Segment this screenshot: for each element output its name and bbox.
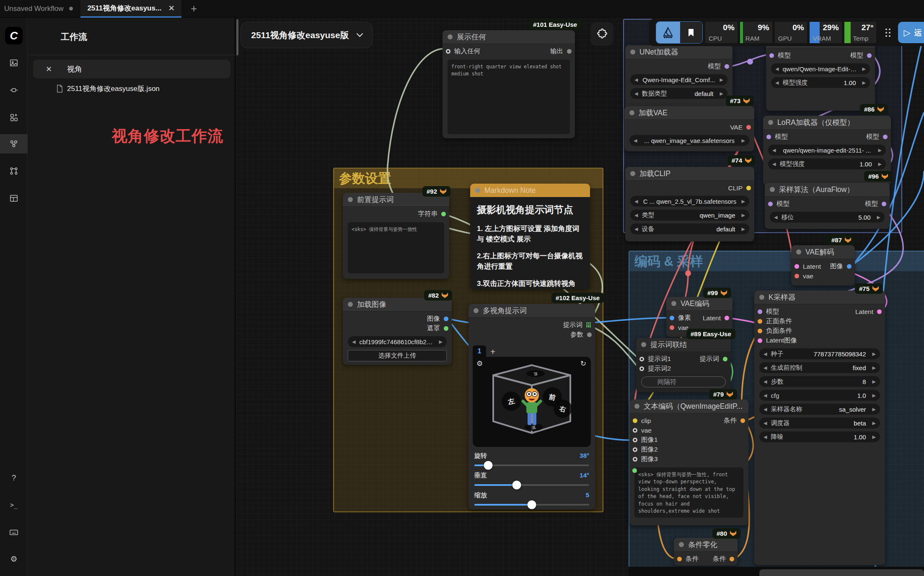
slider-handle[interactable] [512, 481, 521, 490]
output-pin-model[interactable] [867, 53, 872, 58]
sidebar-item-templates[interactable] [0, 108, 28, 127]
new-tab-button[interactable]: + [191, 2, 197, 15]
slider-handle[interactable] [484, 461, 492, 470]
view-cube[interactable]: 顶 底 左 前 右 [473, 357, 591, 447]
input-pin-vae[interactable] [633, 428, 637, 433]
node-conditioning-zero[interactable]: 条件零化 条件 条件 [674, 538, 738, 566]
output-pin-conditioning[interactable] [730, 557, 734, 561]
sidebar-item-help[interactable]: ? [0, 468, 28, 488]
bookmark-button[interactable] [680, 22, 702, 43]
sidebar-item-layout[interactable] [0, 189, 28, 208]
node-load-image[interactable]: 加载图像 图像 遮罩 cbf1999fc7468610cf8b23 ... 选择… [343, 298, 452, 365]
input-pin-prompt1[interactable] [639, 357, 644, 361]
input-pin-conditioning[interactable] [677, 557, 682, 561]
node-header[interactable]: 条件零化 [674, 538, 738, 552]
input-pin-vae[interactable] [670, 325, 674, 330]
group-encode-title[interactable]: 编码 & 采样 [629, 252, 924, 271]
output-pin-model[interactable] [883, 135, 888, 139]
output-pin-image[interactable] [847, 264, 852, 269]
node-header[interactable]: VAE编码 [666, 297, 732, 311]
node-sampler-select[interactable]: 采样算法（AuraFlow） 模型 模型 移位5.00 [765, 183, 890, 229]
cube-reset-icon[interactable]: ↻ [580, 359, 586, 368]
clear-filter-icon[interactable]: ✕ [46, 65, 52, 74]
output-pin-latent[interactable] [877, 309, 882, 314]
input-pin-prompt2[interactable] [639, 366, 644, 371]
upload-button[interactable]: 选择文件上传 [348, 350, 447, 361]
node-header[interactable]: 采样算法（AuraFlow） [765, 183, 890, 197]
add-camera-tab[interactable]: + [490, 347, 495, 357]
node-header[interactable]: LoRA加载器（仅模型） [763, 116, 891, 130]
sidebar-item-workflows[interactable] [0, 134, 28, 153]
node-prompt-join[interactable]: 提示词联结 提示词1 提示词 提示词2 间隔符 [636, 338, 731, 392]
output-pin-clip[interactable] [746, 186, 751, 190]
widget-scheduler[interactable]: 调度器beta [759, 418, 880, 428]
node-header[interactable]: VAE解码 [791, 245, 855, 259]
output-pin-string[interactable] [441, 212, 446, 216]
input-pin-positive[interactable] [758, 319, 762, 324]
workflow-filter-chip[interactable]: ✕ 视角 [33, 60, 230, 78]
widget-vae-name[interactable]: ... qwen_image_vae.safetensors [629, 135, 749, 146]
widget-strength[interactable]: 模型强度1.00 [768, 158, 886, 169]
cube-settings-icon[interactable]: ⚙ [476, 359, 483, 368]
input-pin-model[interactable] [768, 202, 773, 206]
output-pin-params[interactable] [587, 332, 592, 337]
output-pin-model[interactable] [725, 64, 729, 69]
input-pin-image1[interactable] [633, 438, 637, 442]
prompt-text[interactable]: <sks> 保持背景与姿势一致性, front view top-down pe… [634, 467, 743, 518]
run-button[interactable]: ▷ 运 [898, 22, 924, 43]
node-header[interactable]: 多视角提示词 [468, 304, 595, 318]
input-pin-image2[interactable] [633, 447, 637, 452]
node-header[interactable]: 加载VAE [624, 106, 754, 120]
widget-strength[interactable]: 模型强度1.00 [771, 77, 870, 88]
widget-lora-name[interactable]: qwen/Qwen-Image-Edit-2 ... [771, 63, 870, 74]
input-pin-model[interactable] [758, 309, 762, 314]
sidebar-item-shortcuts[interactable] [0, 523, 28, 542]
output-pin-prompt[interactable] [723, 357, 727, 361]
widget-cfg[interactable]: cfg1.0 [759, 390, 880, 401]
graph-canvas[interactable]: 参数设置 编码 & 采样 [236, 18, 924, 576]
widget-control-after-generate[interactable]: 生成前控制fixed [759, 362, 880, 373]
node-header[interactable]: 文本编码（QwenImageEditP... [629, 400, 748, 413]
widget-image-file[interactable]: cbf1999fc7468610cf8b23 ... [348, 336, 447, 347]
widget-seed[interactable]: 种子778737785098342 [759, 348, 880, 359]
sidebar-item-terminal[interactable]: >_ [0, 496, 28, 515]
input-pin-clip[interactable] [633, 418, 637, 423]
sidebar-item-connections[interactable] [0, 80, 28, 100]
sidebar-item-settings[interactable]: ⚙ [0, 549, 28, 568]
workflow-file-item[interactable]: 2511视角修改easyuse版.json [57, 84, 160, 93]
node-header[interactable]: 加载CLIP [625, 167, 754, 181]
input-pin-image3[interactable] [633, 457, 637, 462]
slider-rotate[interactable]: 旋转38° [474, 452, 589, 466]
extensions-button[interactable] [590, 22, 613, 46]
widget-device[interactable]: 设备default [630, 223, 749, 234]
output-pin[interactable] [567, 49, 572, 54]
node-header[interactable]: 提示词联结 [636, 338, 731, 352]
sidebar-item-assets[interactable] [0, 53, 28, 73]
input-pin-latent[interactable] [795, 264, 799, 269]
output-pin-conditioning[interactable] [740, 418, 745, 423]
output-pin-latent[interactable] [725, 316, 729, 320]
widget-clip-name[interactable]: C ... qwen_2.5_vl_7b.safetensors [630, 196, 749, 207]
node-front-prompt[interactable]: 前置提示词 字符串 <sks> 保持背景与姿势一致性 [343, 193, 449, 279]
widget-type[interactable]: 类型qwen_image [630, 210, 749, 221]
widget-sampler-name[interactable]: 采样器名称sa_solver [759, 404, 880, 415]
node-ksampler[interactable]: K采样器 模型 Latent 正面条件 负面条件 Latent图像 种子7787… [754, 291, 885, 565]
input-pin-any[interactable] [446, 49, 450, 54]
widget-steps[interactable]: 步数8 [759, 376, 880, 387]
node-load-clip[interactable]: 加载CLIP CLIP C ... qwen_2.5_vl_7b.safeten… [625, 167, 754, 241]
node-show-any[interactable]: 展示任何 输入任何 输出 front-right quarter view el… [443, 30, 575, 138]
node-multiview-prompt[interactable]: 多视角提示词 提示词 参数 1 + ⚙ ↻ [468, 304, 595, 509]
tab-close-icon[interactable]: ✕ [168, 3, 175, 13]
node-header[interactable]: UNet加载器 [625, 45, 732, 59]
cube-viewport[interactable]: ⚙ ↻ 顶 底 左 [473, 357, 591, 447]
workflow-selector[interactable]: 2511视角修改easyuse版 [241, 22, 373, 48]
widget-denoise[interactable]: 降噪1.00 [759, 431, 880, 442]
output-pin-vae[interactable] [746, 125, 751, 130]
output-pin-prompt-grid[interactable] [586, 322, 592, 328]
widget-unet-name[interactable]: Qwen-Image-Edit_Comf... [630, 74, 727, 85]
slider-handle[interactable] [528, 501, 536, 509]
slider-zoom[interactable]: 缩放5 [474, 491, 589, 506]
widget-separator[interactable]: 间隔符 [641, 376, 726, 387]
camera-tab-1[interactable]: 1 [473, 345, 486, 357]
node-vae-decode[interactable]: VAE解码 Latent 图像 vae [791, 245, 855, 285]
